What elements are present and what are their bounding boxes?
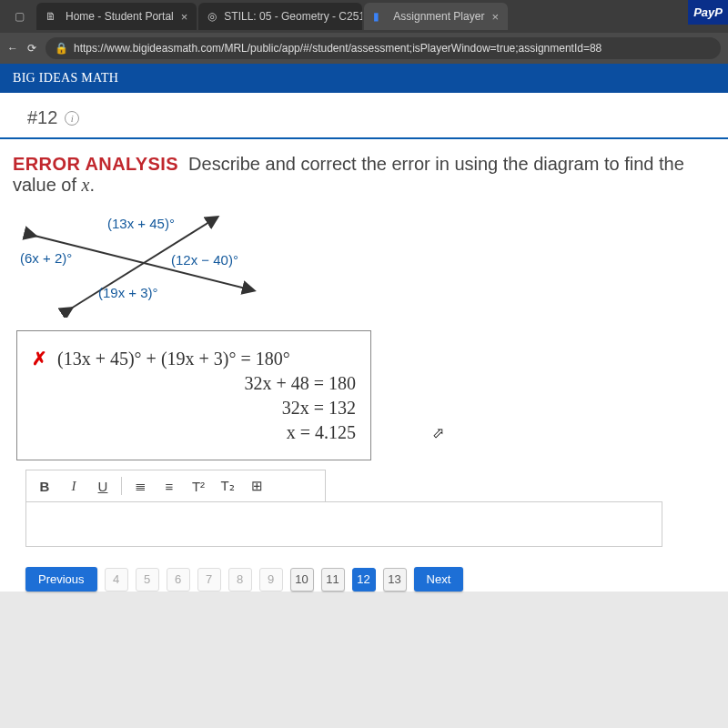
browser-tab-assignment[interactable]: ▮ Assignment Player × (364, 3, 508, 30)
answer-input[interactable] (25, 501, 662, 547)
close-icon[interactable]: × (181, 10, 188, 24)
browser-chrome: ▢ 🗎 Home - Student Portal × ◎ STILL: 05 … (0, 0, 728, 64)
address-bar: ← ⟳ 🔒 https://www.bigideasmath.com/MRL/p… (0, 33, 728, 64)
work-line-3: 32x = 132 (32, 398, 356, 419)
diagram-label-left: (6x + 2)° (20, 250, 72, 266)
italic-button[interactable]: I (61, 474, 86, 498)
assignment-page: #12 i ERROR ANALYSIS Describe and correc… (0, 93, 728, 592)
tab-label: Assignment Player (393, 10, 484, 23)
page-button-9[interactable]: 9 (259, 568, 283, 592)
diagram-label-bottom: (19x + 3)° (98, 285, 158, 300)
work-line-1: (13x + 45)° + (19x + 3)° = 180° (57, 349, 290, 369)
diagram-label-right: (12x − 40)° (171, 252, 238, 268)
browser-tab-course[interactable]: ◎ STILL: 05 - Geometry - C2511 | S × (198, 3, 362, 30)
url-text: https://www.bigideasmath.com/MRL/public/… (74, 42, 602, 55)
window-controls-icon[interactable]: ▢ (4, 10, 35, 23)
url-field[interactable]: 🔒 https://www.bigideasmath.com/MRL/publi… (46, 37, 721, 59)
student-work-box: ✗ (13x + 45)° + (19x + 3)° = 180° 32x + … (16, 330, 371, 460)
next-button[interactable]: Next (414, 567, 464, 592)
table-button[interactable]: ⊞ (244, 474, 269, 498)
page-button-7[interactable]: 7 (197, 568, 221, 592)
page-button-8[interactable]: 8 (228, 568, 252, 592)
browser-tab-home[interactable]: 🗎 Home - Student Portal × (36, 3, 197, 30)
question-header: #12 i (0, 93, 728, 139)
angle-diagram: (13x + 45)° (6x + 2)° (12x − 40)° (19x +… (16, 208, 271, 318)
editor-toolbar: B I U ≣ ≡ T² T₂ ⊞ (25, 470, 326, 501)
numbered-list-button[interactable]: ≡ (157, 474, 182, 498)
site-icon: ▮ (373, 10, 386, 23)
page-button-5[interactable]: 5 (136, 568, 159, 592)
page-button-11[interactable]: 11 (321, 568, 345, 592)
page-button-10[interactable]: 10 (290, 568, 314, 592)
site-icon: ◎ (207, 10, 217, 23)
bullet-list-button[interactable]: ≣ (127, 474, 153, 498)
page-button-12[interactable]: 12 (352, 568, 376, 592)
underline-button[interactable]: U (90, 474, 116, 498)
prompt-tag: ERROR ANALYSIS (13, 154, 178, 174)
superscript-button[interactable]: T² (186, 474, 211, 498)
info-icon[interactable]: i (65, 111, 79, 126)
question-nav: Previous 4 5 6 7 8 9 10 11 12 13 Next (25, 567, 703, 592)
background-app-badge: PayP (688, 0, 728, 25)
prompt-suffix: . (90, 175, 96, 195)
prompt-var: x (82, 175, 90, 195)
subscript-button[interactable]: T₂ (215, 474, 240, 498)
page-icon: 🗎 (46, 10, 58, 23)
bold-button[interactable]: B (32, 474, 57, 498)
page-button-13[interactable]: 13 (383, 568, 407, 592)
previous-button[interactable]: Previous (25, 567, 97, 592)
page-button-4[interactable]: 4 (105, 568, 128, 592)
page-button-6[interactable]: 6 (167, 568, 190, 592)
tab-label: STILL: 05 - Geometry - C2511 | S (224, 10, 362, 23)
work-line-4: x = 4.125 (32, 422, 356, 443)
error-mark-icon: ✗ (32, 349, 53, 369)
back-icon[interactable]: ← (7, 42, 18, 55)
tab-label: Home - Student Portal (66, 10, 174, 23)
work-line-2: 32x + 48 = 180 (32, 373, 356, 394)
question-prompt: ERROR ANALYSIS Describe and correct the … (0, 139, 728, 205)
lock-icon: 🔒 (55, 42, 68, 55)
close-icon[interactable]: × (491, 10, 499, 24)
refresh-icon[interactable]: ⟳ (27, 42, 36, 55)
diagram-label-top: (13x + 45)° (107, 216, 175, 231)
brand-bar: BIG IDEAS MATH (0, 64, 728, 93)
tab-bar: ▢ 🗎 Home - Student Portal × ◎ STILL: 05 … (0, 0, 728, 33)
question-number: #12 (27, 107, 57, 128)
toolbar-separator (121, 477, 122, 495)
brand-text: BIG IDEAS MATH (13, 71, 118, 85)
